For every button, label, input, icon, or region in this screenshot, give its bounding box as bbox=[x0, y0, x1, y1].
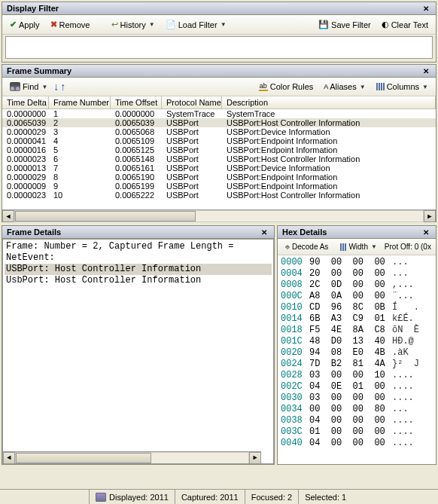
hex-row[interactable]: 00146B A3 C9 01k£É. bbox=[281, 313, 433, 325]
scroll-track[interactable] bbox=[14, 210, 424, 222]
remove-button[interactable]: ✖Remove bbox=[46, 17, 95, 32]
scroll-left-button[interactable]: ◄ bbox=[3, 452, 15, 464]
hex-offset: 0028 bbox=[281, 370, 309, 381]
col-description[interactable]: Description bbox=[222, 96, 436, 108]
table-row[interactable]: 0.000004140.0065109USBPortUSBPort:Endpoi… bbox=[2, 136, 436, 145]
cell-frame-number: 6 bbox=[49, 154, 111, 163]
table-row[interactable]: 0.000001370.0065161USBPortUSBPort:Device… bbox=[2, 163, 436, 173]
table-row[interactable]: 0.0000023100.0065222USBPortUSBPort:Host … bbox=[2, 191, 436, 200]
cell-description: USBPort:Endpoint Information bbox=[222, 136, 436, 145]
chevron-down-icon: ▼ bbox=[41, 84, 47, 90]
cell-time-delta: 0.0000023 bbox=[2, 191, 49, 200]
hex-row[interactable]: 003C01 00 00 00.... bbox=[281, 426, 433, 438]
width-button[interactable]: Width▼ bbox=[336, 240, 381, 253]
hex-ascii: .... bbox=[392, 381, 414, 393]
display-filter-title: Display Filter bbox=[7, 4, 59, 13]
load-filter-button[interactable]: 📄Load Filter▼ bbox=[161, 17, 231, 32]
clear-text-button[interactable]: ◐Clear Text bbox=[377, 17, 433, 32]
hex-row[interactable]: 002094 08 E0 4B.àK bbox=[281, 347, 433, 359]
cell-description: USBPort:Endpoint Information bbox=[222, 182, 436, 191]
filter-input[interactable] bbox=[5, 36, 433, 59]
hex-ascii: õN È bbox=[392, 325, 419, 336]
find-prev-button[interactable]: ↑ bbox=[60, 81, 65, 93]
hex-row[interactable]: 0018F5 4E 8A C8õN È bbox=[281, 325, 433, 336]
aliases-icon: A bbox=[324, 83, 327, 90]
cell-time-offset: 0.0065068 bbox=[111, 127, 162, 136]
close-icon[interactable]: ✕ bbox=[421, 5, 431, 13]
col-time-offset[interactable]: Time Offset bbox=[111, 96, 162, 108]
table-row[interactable]: 0.000000990.0065199USBPortUSBPort:Endpoi… bbox=[2, 182, 436, 191]
aliases-button[interactable]: AAliases▼ bbox=[319, 80, 370, 93]
table-row[interactable]: 0.006503920.0065039USBPortUSBPort:Host C… bbox=[2, 118, 436, 127]
cell-protocol-name: USBPort bbox=[162, 173, 222, 182]
horizontal-scrollbar[interactable]: ◄ ► bbox=[2, 209, 436, 221]
frame-details-body[interactable]: Frame: Number = 2, Captured Frame Length… bbox=[2, 239, 274, 464]
hex-row[interactable]: 002C04 0E 01 00.... bbox=[281, 381, 433, 393]
frame-detail-line[interactable]: Frame: Number = 2, Captured Frame Length… bbox=[5, 241, 272, 252]
cell-time-delta: 0.0000016 bbox=[2, 145, 49, 154]
hex-offset: 0030 bbox=[281, 393, 309, 404]
hex-row[interactable]: 00082C 0D 00 00,... bbox=[281, 279, 433, 291]
table-row[interactable]: 0.000002930.0065068USBPortUSBPort:Device… bbox=[2, 127, 436, 136]
apply-button[interactable]: ✔Apply bbox=[5, 17, 44, 32]
col-frame-number[interactable]: Frame Number bbox=[49, 96, 111, 108]
col-time-delta[interactable]: Time Delta bbox=[2, 96, 49, 108]
scroll-track[interactable] bbox=[15, 452, 249, 464]
hex-row[interactable]: 000090 00 00 00... bbox=[281, 257, 433, 268]
scroll-left-button[interactable]: ◄ bbox=[2, 210, 14, 222]
decode-as-button[interactable]: ⎆Decode As bbox=[281, 240, 333, 253]
chevron-down-icon: ▼ bbox=[221, 21, 227, 28]
history-button[interactable]: ↩History▼ bbox=[107, 17, 160, 32]
hex-ascii: .... bbox=[392, 426, 414, 438]
scroll-thumb[interactable] bbox=[15, 211, 196, 221]
scroll-right-button[interactable]: ► bbox=[424, 210, 436, 222]
hex-row[interactable]: 003400 00 00 80... bbox=[281, 404, 433, 415]
find-next-button[interactable]: ↓ bbox=[53, 81, 59, 93]
hex-row[interactable]: 001C48 D0 13 40HÐ.@ bbox=[281, 336, 433, 347]
table-row[interactable]: 0.000002360.0065148USBPortUSBPort:Host C… bbox=[2, 154, 436, 163]
hex-row[interactable]: 003003 00 00 00.... bbox=[281, 393, 433, 404]
hex-body[interactable]: 000090 00 00 00...000420 00 00 00...0008… bbox=[278, 255, 436, 464]
hex-row[interactable]: 003804 00 00 00.... bbox=[281, 415, 433, 426]
save-filter-button[interactable]: 💾Save Filter bbox=[314, 17, 376, 32]
status-selected: Selected: 1 bbox=[298, 490, 352, 504]
cell-protocol-name: USBPort bbox=[162, 127, 222, 136]
hex-row[interactable]: 002803 00 00 10.... bbox=[281, 370, 433, 381]
hex-offset: 0018 bbox=[281, 325, 309, 336]
scroll-thumb[interactable] bbox=[16, 453, 151, 463]
close-icon[interactable]: ✕ bbox=[421, 67, 431, 75]
hex-row[interactable]: 000420 00 00 00... bbox=[281, 268, 433, 279]
color-rules-button[interactable]: abColor Rules bbox=[254, 80, 318, 93]
close-icon[interactable]: ✕ bbox=[259, 228, 269, 237]
chevron-down-icon: ▼ bbox=[149, 21, 155, 28]
table-row[interactable]: 0.000002980.0065190USBPortUSBPort:Endpoi… bbox=[2, 173, 436, 182]
hex-row[interactable]: 000CA8 0A 00 00¨... bbox=[281, 291, 433, 302]
hex-row[interactable]: 004004 00 00 00.... bbox=[281, 438, 433, 449]
cell-time-offset: 0.0065222 bbox=[111, 191, 162, 200]
cell-time-delta: 0.0000029 bbox=[2, 127, 49, 136]
hex-row[interactable]: 00247D B2 81 4A}² J bbox=[281, 359, 433, 370]
scroll-right-button[interactable]: ► bbox=[249, 452, 261, 464]
frame-details-header: Frame Details ✕ bbox=[2, 226, 274, 239]
hex-ascii: .... bbox=[392, 393, 414, 404]
frame-detail-line[interactable]: USBPort: Host Controller Information bbox=[5, 264, 272, 275]
cell-time-offset: 0.0065161 bbox=[111, 163, 162, 173]
chevron-down-icon: ▼ bbox=[422, 84, 428, 90]
cell-time-offset: 0.0065199 bbox=[111, 182, 162, 191]
col-protocol-name[interactable]: Protocol Name bbox=[162, 96, 222, 108]
hex-row[interactable]: 0010CD 96 8C 0BÍ . bbox=[281, 302, 433, 313]
columns-button[interactable]: Columns▼ bbox=[372, 80, 433, 93]
hex-bytes: 7D B2 81 4A bbox=[309, 359, 392, 370]
close-icon[interactable]: ✕ bbox=[421, 228, 431, 237]
x-icon: ✖ bbox=[50, 20, 57, 29]
frame-detail-line[interactable]: NetEvent: bbox=[5, 252, 272, 264]
hex-ascii: .àK bbox=[392, 347, 409, 359]
cell-protocol-name: SystemTrace bbox=[162, 109, 222, 118]
table-row[interactable]: 0.000001650.0065125USBPortUSBPort:Endpoi… bbox=[2, 145, 436, 154]
horizontal-scrollbar[interactable]: ◄ ► bbox=[3, 451, 261, 463]
frame-detail-line[interactable]: UsbPort: Host Controller Information bbox=[5, 275, 272, 286]
hex-ascii: }² J bbox=[392, 359, 419, 370]
table-row[interactable]: 0.000000010.0000000SystemTraceSystemTrac… bbox=[2, 109, 436, 118]
cell-protocol-name: USBPort bbox=[162, 163, 222, 173]
find-button[interactable]: Find▼ bbox=[5, 80, 52, 93]
